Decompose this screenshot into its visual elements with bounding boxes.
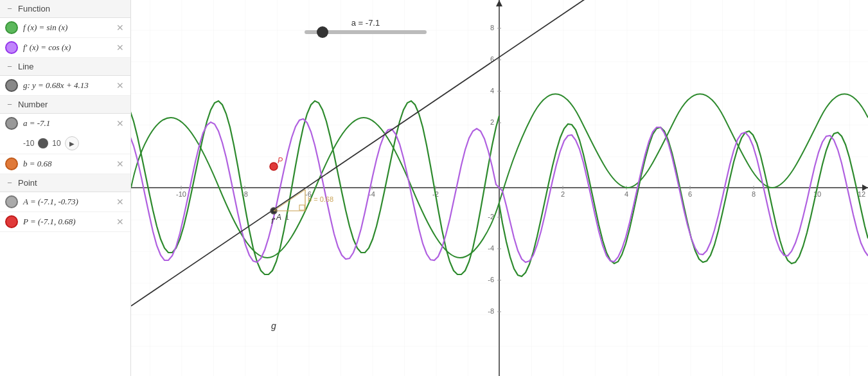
sidebar-item-P: P = (-7.1, 0.68) ✕: [0, 212, 130, 232]
sidebar-item-b: b = 0.68 ✕: [0, 154, 130, 174]
section-label-function: Function: [18, 4, 50, 13]
P-label: P: [278, 156, 283, 165]
color-swatch-f: [5, 21, 18, 34]
A-label: A: [276, 213, 281, 222]
a-range-min: -10: [23, 139, 34, 148]
label-g: g: y = 0.68x + 4.13: [23, 80, 110, 91]
svg-text:4: 4: [490, 87, 494, 94]
a-controls: -10 10 ▶: [5, 136, 125, 150]
fprime-label: f': [271, 216, 276, 226]
play-icon: ▶: [69, 140, 75, 147]
close-P-button[interactable]: ✕: [115, 217, 125, 226]
color-swatch-b: [5, 157, 18, 170]
a-range-max: 10: [52, 139, 60, 148]
b-value-label: b = 0.68: [308, 195, 333, 203]
sidebar: − Function f (x) = sin (x) ✕ f' (x) = co…: [0, 0, 131, 376]
label-P: P = (-7.1, 0.68): [23, 217, 110, 227]
slider-track[interactable]: [305, 30, 427, 34]
section-header-point: − Point: [0, 174, 130, 192]
close-a-button[interactable]: ✕: [115, 119, 125, 128]
section-header-line: − Line: [0, 58, 130, 76]
section-label-line: Line: [18, 62, 34, 71]
svg-text:-6: -6: [488, 276, 494, 283]
slider-thumb[interactable]: [317, 26, 328, 38]
svg-text:8: 8: [752, 190, 756, 198]
color-swatch-g: [5, 79, 18, 92]
close-b-button[interactable]: ✕: [115, 159, 125, 168]
svg-text:-10: -10: [176, 190, 186, 198]
sidebar-item-f: f (x) = sin (x) ✕: [0, 18, 130, 38]
close-f-button[interactable]: ✕: [115, 23, 125, 32]
a-dot: [38, 138, 48, 148]
svg-text:-8: -8: [488, 307, 494, 315]
section-header-function: − Function: [0, 0, 130, 18]
color-swatch-fprime: [5, 41, 18, 54]
a-play-button[interactable]: ▶: [65, 136, 79, 150]
label-f: f (x) = sin (x): [23, 22, 110, 33]
svg-text:6: 6: [688, 190, 692, 198]
label-b: b = 0.68: [23, 159, 110, 169]
collapse-number-icon[interactable]: −: [5, 100, 14, 109]
close-g-button[interactable]: ✕: [115, 81, 125, 90]
collapse-function-icon[interactable]: −: [5, 4, 14, 13]
label-fprime: f' (x) = cos (x): [23, 42, 110, 53]
section-label-point: Point: [18, 178, 37, 188]
svg-text:2: 2: [490, 118, 494, 126]
section-header-number: − Number: [0, 96, 130, 114]
color-swatch-P: [5, 215, 18, 228]
label-A: A = (-7.1, -0.73): [23, 197, 110, 207]
graph-area[interactable]: a = -7.1 -2: [131, 0, 868, 376]
label-a: a = -7.1: [23, 118, 110, 129]
slider-label: a = -7.1: [351, 18, 380, 28]
collapse-line-icon[interactable]: −: [5, 62, 14, 71]
svg-text:8: 8: [490, 24, 494, 31]
point-P[interactable]: [270, 163, 278, 170]
color-swatch-A: [5, 195, 18, 208]
slider-overlay: a = -7.1: [305, 18, 427, 34]
graph-svg[interactable]: -2 -4 -6 -8 -10 -12 -14 -16 2 4 6 8: [131, 0, 868, 376]
unit-one-label: 1: [285, 213, 289, 221]
sidebar-item-a: a = -7.1 ✕ -10 10 ▶: [0, 114, 130, 154]
close-A-button[interactable]: ✕: [115, 197, 125, 206]
sidebar-item-g: g: y = 0.68x + 4.13 ✕: [0, 76, 130, 96]
collapse-point-icon[interactable]: −: [5, 179, 14, 188]
sidebar-item-A: A = (-7.1, -0.73) ✕: [0, 192, 130, 212]
svg-text:2: 2: [561, 190, 565, 198]
sidebar-item-fprime: f' (x) = cos (x) ✕: [0, 38, 130, 58]
g-label: g: [271, 321, 276, 331]
svg-text:-4: -4: [488, 244, 494, 252]
close-fprime-button[interactable]: ✕: [115, 43, 125, 52]
svg-text:4: 4: [624, 190, 628, 198]
section-label-number: Number: [18, 100, 48, 109]
color-swatch-a: [5, 117, 18, 130]
